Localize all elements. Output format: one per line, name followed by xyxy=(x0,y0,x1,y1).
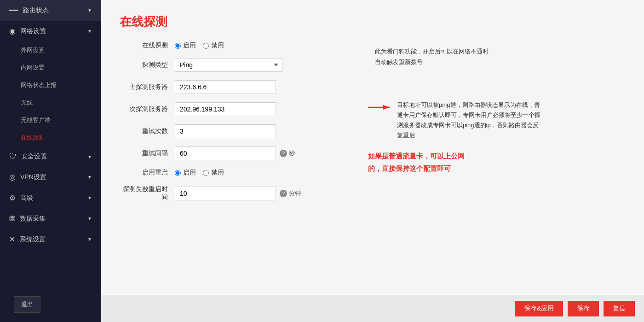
sidebar-item-lan-settings[interactable]: 内网设置 xyxy=(0,59,101,76)
sidebar-sub-label: 在线探测 xyxy=(21,134,45,141)
detect-type-label: 探测类型 xyxy=(120,61,175,69)
annotation-note3: 如果是普通流量卡，可以上公网 的，直接保持这个配置即可 xyxy=(368,150,626,175)
enable-restart-radio-group: 启用 禁用 xyxy=(175,169,224,177)
sidebar-item-network-report[interactable]: 网络状态上报 xyxy=(0,76,101,94)
enable-restart-row: 启用重启 启用 禁用 xyxy=(120,169,350,177)
retry-interval-row: 重试间隔 ? 秒 xyxy=(120,146,350,160)
chevron-down-icon: ▼ xyxy=(87,195,92,200)
sidebar-item-wireless[interactable]: 无线 xyxy=(0,94,101,111)
sidebar-sub-label: 内网设置 xyxy=(21,64,45,71)
enable-restart-enable-label[interactable]: 启用 xyxy=(175,169,196,177)
footer: 保存&应用 保存 复位 xyxy=(101,295,644,322)
enable-restart-disable-radio[interactable] xyxy=(203,170,209,176)
detect-type-select[interactable]: Ping xyxy=(175,58,282,72)
sidebar-item-online-detect[interactable]: 在线探测 xyxy=(0,129,101,146)
sidebar-item-security-settings[interactable]: 🛡 安全设置 ▼ xyxy=(0,146,101,167)
chevron-down-icon: ▼ xyxy=(87,29,92,34)
detect-fail-time-row: 探测失败重启时间 ? 分钟 xyxy=(120,185,350,202)
vpn-icon: ◎ xyxy=(9,173,16,181)
sidebar-item-label: 路由状态 xyxy=(23,6,49,15)
sidebar-item-network-settings[interactable]: ◉ 网络设置 ▼ xyxy=(0,21,101,41)
sidebar-item-label: 网络设置 xyxy=(20,27,46,35)
online-detect-radio-group: 启用 禁用 xyxy=(175,41,224,50)
data-icon: ⛃ xyxy=(9,214,15,223)
form-fields: 在线探测 启用 禁用 探测类型 xyxy=(120,41,350,210)
sidebar-item-label: 系统设置 xyxy=(20,235,46,244)
chevron-down-icon: ▼ xyxy=(87,237,92,242)
detect-fail-time-unit: 分钟 xyxy=(289,189,301,198)
sidebar-item-vpn-settings[interactable]: ◎ VPN设置 ▼ xyxy=(0,167,101,187)
sidebar-item-data-collect[interactable]: ⛃ 数据采集 ▼ xyxy=(0,208,101,229)
detect-fail-time-input[interactable] xyxy=(175,187,276,200)
detect-fail-time-label: 探测失败重启时间 xyxy=(120,185,175,202)
retry-count-label: 重试次数 xyxy=(120,127,175,135)
enable-restart-label: 启用重启 xyxy=(120,169,175,177)
main-content: 在线探测 在线探测 启用 禁用 xyxy=(101,0,644,322)
note2-text: 目标地址可以被ping通，则路由器状态显示为在线，普通卡用户保存默认即可，专网卡… xyxy=(397,101,540,139)
retry-interval-input[interactable] xyxy=(175,146,276,160)
sidebar-item-label: VPN设置 xyxy=(20,173,46,181)
online-detect-label: 在线探测 xyxy=(120,41,175,50)
online-detect-enable-label[interactable]: 启用 xyxy=(175,41,196,50)
chevron-down-icon: ▼ xyxy=(87,216,92,221)
retry-interval-label: 重试间隔 xyxy=(120,149,175,158)
retry-interval-unit: 秒 xyxy=(289,149,295,158)
detect-type-row: 探测类型 Ping xyxy=(120,58,350,72)
online-detect-disable-label[interactable]: 禁用 xyxy=(203,41,224,50)
enable-restart-disable-label[interactable]: 禁用 xyxy=(203,169,224,177)
note1-line2: 自动触发重新拨号 xyxy=(375,57,619,67)
chevron-down-icon: ▼ xyxy=(87,8,92,13)
sidebar-sub-label: 无线 xyxy=(21,99,33,106)
reset-button[interactable]: 复位 xyxy=(604,301,635,316)
online-detect-enable-text: 启用 xyxy=(183,41,196,50)
form-section: 在线探测 启用 禁用 探测类型 xyxy=(120,41,626,210)
sidebar-item-advanced[interactable]: ⚙ 高级 ▼ xyxy=(0,187,101,208)
online-detect-row: 在线探测 启用 禁用 xyxy=(120,41,350,50)
annotation-note1: 此为看门狗功能，开启后可以在网络不通时 自动触发重新拨号 xyxy=(368,41,626,72)
content-area: 在线探测 在线探测 启用 禁用 xyxy=(101,0,644,295)
note3-line1: 如果是普通流量卡，可以上公网 xyxy=(368,150,626,162)
secondary-server-row: 次探测服务器 xyxy=(120,102,350,116)
online-detect-enable-radio[interactable] xyxy=(175,43,181,49)
annotation-note2-container: 目标地址可以被ping通，则路由器状态显示为在线，普通卡用户保存默认即可，专网卡… xyxy=(368,100,626,141)
system-icon: ✕ xyxy=(9,235,15,244)
sidebar-sub-label: 外网设置 xyxy=(21,47,45,53)
sidebar-item-label: 安全设置 xyxy=(21,152,47,161)
chevron-down-icon: ▼ xyxy=(87,175,92,180)
logout-button[interactable]: 退出 xyxy=(14,296,40,313)
retry-interval-suffix: ? 秒 xyxy=(280,149,295,158)
online-detect-disable-text: 禁用 xyxy=(211,41,224,50)
online-detect-disable-radio[interactable] xyxy=(203,43,209,49)
sidebar-item-label: 数据采集 xyxy=(20,215,46,223)
page-title: 在线探测 xyxy=(120,14,626,30)
annotation-panel: 此为看门狗功能，开启后可以在网络不通时 自动触发重新拨号 xyxy=(368,41,626,210)
annotation-note2-text: 目标地址可以被ping通，则路由器状态显示为在线，普通卡用户保存默认即可，专网卡… xyxy=(397,100,544,141)
retry-count-input[interactable] xyxy=(175,124,276,138)
secondary-server-input[interactable] xyxy=(175,102,276,116)
shield-icon: 🛡 xyxy=(9,152,17,161)
save-button[interactable]: 保存 xyxy=(568,301,599,316)
primary-server-input[interactable] xyxy=(175,80,276,94)
secondary-server-label: 次探测服务器 xyxy=(120,105,175,113)
enable-restart-enable-radio[interactable] xyxy=(175,170,181,176)
retry-count-row: 重试次数 xyxy=(120,124,350,138)
gear-icon: ⚙ xyxy=(9,193,16,202)
primary-server-label: 主探测服务器 xyxy=(120,83,175,91)
network-icon: ◉ xyxy=(9,27,16,35)
save-apply-button[interactable]: 保存&应用 xyxy=(515,301,563,316)
red-arrow-icon xyxy=(368,102,393,114)
sidebar-item-system-settings[interactable]: ✕ 系统设置 ▼ xyxy=(0,229,101,250)
help-icon-interval[interactable]: ? xyxy=(280,150,287,157)
sidebar: ━━ 路由状态 ▼ ◉ 网络设置 ▼ 外网设置 内网设置 网络状态上报 无线 无… xyxy=(0,0,101,322)
sidebar-item-wireless-client[interactable]: 无线客户端 xyxy=(0,111,101,129)
enable-restart-enable-text: 启用 xyxy=(183,169,196,177)
primary-server-row: 主探测服务器 xyxy=(120,80,350,94)
sidebar-item-router-status[interactable]: ━━ 路由状态 ▼ xyxy=(0,0,101,21)
help-icon-fail-time[interactable]: ? xyxy=(280,190,287,197)
note1-line1: 此为看门狗功能，开启后可以在网络不通时 xyxy=(375,46,619,57)
sidebar-sub-label: 网络状态上报 xyxy=(21,82,57,88)
detect-fail-time-suffix: ? 分钟 xyxy=(280,189,301,198)
sidebar-item-wan-settings[interactable]: 外网设置 xyxy=(0,41,101,59)
sidebar-sub-label: 无线客户端 xyxy=(21,117,51,123)
enable-restart-disable-text: 禁用 xyxy=(211,169,224,177)
